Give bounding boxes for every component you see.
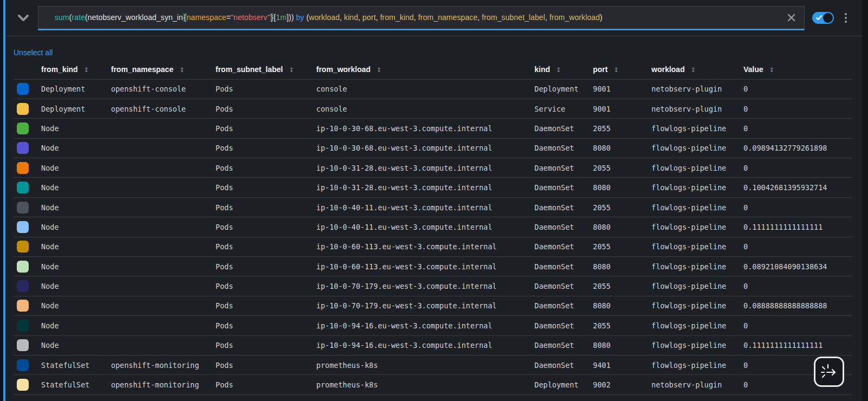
series-color-cell (14, 217, 41, 237)
column-header-label: from_workload (316, 65, 370, 74)
sort-icon[interactable]: ↕ (289, 66, 294, 74)
query-enabled-toggle[interactable] (812, 12, 834, 24)
series-color-swatch[interactable] (17, 122, 29, 134)
column-header-from_kind[interactable]: from_kind↕ (41, 60, 111, 79)
series-color-swatch[interactable] (17, 261, 29, 273)
table-cell: Pods (216, 158, 316, 178)
sort-icon[interactable]: ↕ (179, 66, 185, 74)
query-token-kw: by (296, 13, 304, 22)
series-color-cell (14, 99, 41, 118)
table-cell: DaemonSet (534, 257, 593, 276)
column-header-port[interactable]: port↕ (593, 60, 651, 79)
table-cell: ip-10-0-40-11.eu-west-3.compute.internal (316, 217, 534, 237)
table-row: NodePodsip-10-0-30-68.eu-west-3.compute.… (14, 119, 852, 138)
table-cell: flowlogs-pipeline (651, 119, 743, 138)
table-cell: flowlogs-pipeline (651, 178, 743, 197)
sort-icon[interactable]: ↕ (556, 66, 562, 74)
table-cell: 0 (743, 316, 852, 335)
table-cell (111, 276, 216, 296)
table-cell: Node (41, 237, 111, 256)
unselect-all-link[interactable]: Unselect all (14, 48, 53, 57)
table-cell: Pods (216, 355, 316, 374)
column-header-value[interactable]: Value↕ (743, 60, 852, 79)
table-cell: 9002 (593, 375, 651, 394)
close-icon (787, 14, 795, 22)
query-expression-input[interactable]: sum(rate(netobserv_workload_syn_in{names… (38, 6, 805, 30)
table-cell: console (316, 79, 534, 99)
column-header-from_workload[interactable]: from_workload↕ (316, 60, 534, 79)
column-header-label: from_kind (41, 65, 78, 74)
table-cell: 2055 (593, 276, 651, 296)
table-row: NodePodsip-10-0-30-68.eu-west-3.compute.… (14, 138, 852, 158)
cursor-burst-icon (820, 363, 838, 381)
table-cell (111, 138, 216, 158)
table-cell: openshift-console (111, 99, 216, 118)
table-cell: flowlogs-pipeline (651, 197, 743, 217)
table-cell: Pods (216, 375, 316, 394)
clear-query-button[interactable] (782, 7, 800, 29)
series-color-swatch[interactable] (17, 221, 29, 233)
query-token-fn: rate (72, 13, 86, 22)
table-cell: Node (41, 178, 111, 197)
table-cell: DaemonSet (534, 276, 593, 296)
column-header-workload[interactable]: workload↕ (651, 60, 743, 79)
series-color-swatch[interactable] (17, 320, 29, 332)
series-color-swatch[interactable] (17, 103, 29, 115)
table-cell: Node (41, 316, 111, 335)
table-cell (111, 237, 216, 256)
table-cell: Deployment (41, 99, 111, 118)
table-cell: flowlogs-pipeline (651, 316, 743, 335)
table-cell: DaemonSet (534, 138, 593, 158)
table-cell: Pods (216, 335, 316, 355)
sort-icon[interactable]: ↕ (84, 66, 89, 74)
table-row: NodePodsip-10-0-31-28.eu-west-3.compute.… (14, 178, 852, 197)
table-cell (111, 217, 216, 237)
table-cell: Pods (216, 197, 316, 217)
series-color-swatch[interactable] (17, 202, 29, 214)
sort-icon[interactable]: ↕ (614, 66, 619, 74)
column-header-from_subnet_label[interactable]: from_subnet_label↕ (216, 60, 316, 79)
table-cell: 8080 (593, 257, 651, 276)
series-color-cell (14, 237, 41, 256)
table-cell (111, 158, 216, 178)
table-cell: ip-10-0-60-113.eu-west-3.compute.interna… (316, 237, 534, 256)
table-cell: Node (41, 276, 111, 296)
table-cell: DaemonSet (534, 178, 593, 197)
column-header-from_namespace[interactable]: from_namespace↕ (111, 60, 216, 79)
series-color-swatch[interactable] (17, 162, 29, 174)
column-header-kind[interactable]: kind↕ (534, 60, 593, 79)
query-actions-kebab-button[interactable] (843, 11, 849, 25)
table-cell: Pods (216, 316, 316, 335)
series-color-swatch[interactable] (17, 182, 29, 193)
series-color-swatch[interactable] (17, 280, 29, 292)
series-color-swatch[interactable] (17, 379, 29, 391)
table-cell: Pods (216, 257, 316, 276)
table-cell: 0.1111111111111111 (743, 335, 852, 355)
query-results-section: Unselect all from_kind↕from_namespace↕fr… (5, 36, 862, 395)
table-cell: ip-10-0-31-28.eu-west-3.compute.internal (316, 158, 534, 178)
series-color-swatch[interactable] (17, 83, 29, 95)
table-cell: 0.08921084090138634 (743, 257, 852, 276)
series-color-swatch[interactable] (17, 339, 29, 351)
table-cell: DaemonSet (534, 197, 593, 217)
query-bar: sum(rate(netobserv_workload_syn_in{names… (5, 0, 862, 36)
sort-icon[interactable]: ↕ (690, 66, 696, 74)
collapse-query-button[interactable] (15, 10, 31, 26)
column-header-label: port (593, 65, 608, 74)
screencast-click-indicator (814, 357, 844, 387)
series-color-cell (14, 375, 41, 394)
table-cell: 0.09894132779261898 (743, 138, 852, 158)
table-cell: Node (41, 296, 111, 315)
sort-icon[interactable]: ↕ (376, 66, 382, 74)
table-cell: DaemonSet (534, 316, 593, 335)
query-browser-panel: sum(rate(netobserv_workload_syn_in{names… (3, 0, 862, 401)
series-color-swatch[interactable] (17, 142, 29, 154)
table-cell: ip-10-0-30-68.eu-west-3.compute.internal (316, 138, 534, 158)
table-row: Deploymentopenshift-consolePodsconsoleSe… (14, 99, 852, 118)
table-cell: DaemonSet (534, 158, 593, 178)
series-color-swatch[interactable] (17, 300, 29, 312)
sort-icon[interactable]: ↕ (769, 66, 775, 74)
query-token-fn: sum (55, 13, 69, 22)
series-color-swatch[interactable] (17, 241, 29, 253)
series-color-swatch[interactable] (17, 359, 29, 371)
